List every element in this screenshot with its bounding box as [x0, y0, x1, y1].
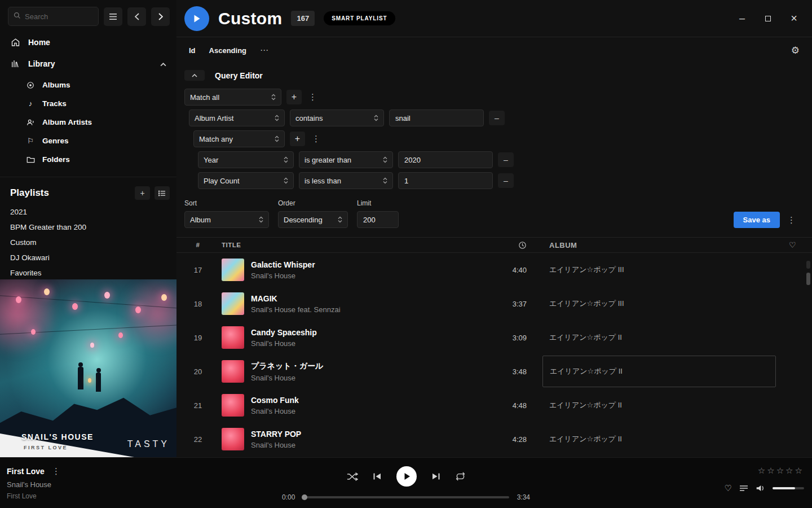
- track-row[interactable]: 20 プラネット・ガール Snail's House 3:48 エイリアン☆ポッ…: [176, 354, 812, 388]
- search-input[interactable]: [25, 12, 93, 21]
- header-title[interactable]: TITLE: [211, 242, 493, 248]
- folder-icon: [26, 156, 35, 163]
- add-rule-button[interactable]: +: [286, 90, 302, 104]
- nav-back-button[interactable]: [127, 7, 146, 26]
- rule-field-select[interactable]: Year: [198, 151, 294, 168]
- star-icon[interactable]: ☆: [767, 466, 776, 475]
- page-header: Custom 167 SMART PLAYLIST – ×: [176, 0, 812, 37]
- hamburger-icon: [109, 13, 117, 20]
- playlist-item[interactable]: 2021: [0, 204, 176, 220]
- menu-button[interactable]: [104, 7, 122, 26]
- flag-icon: ⚐: [26, 137, 35, 145]
- group-match-type-select[interactable]: Match any: [193, 130, 285, 147]
- player-right-controls: ☆☆☆☆☆ ♡: [725, 466, 804, 493]
- sort-field-button[interactable]: Id: [189, 46, 196, 55]
- scrollbar-track[interactable]: [806, 261, 810, 269]
- now-playing-album[interactable]: First Love: [7, 492, 62, 500]
- window-controls: – ×: [738, 14, 803, 23]
- track-row[interactable]: 18 MAGIK Snail's House feat. Sennzai 3:3…: [176, 287, 812, 321]
- add-playlist-button[interactable]: +: [135, 186, 150, 200]
- sidebar-item-folders[interactable]: Folders: [26, 150, 176, 169]
- query-limit-input[interactable]: [357, 211, 399, 228]
- rule-value-input[interactable]: [398, 151, 493, 168]
- seek-handle[interactable]: [302, 494, 307, 500]
- sidebar-item-albums[interactable]: Albums: [26, 76, 176, 94]
- playlist-item[interactable]: Favorites: [0, 265, 176, 281]
- maximize-icon: [765, 16, 771, 21]
- artist-icon: [26, 119, 35, 126]
- playlist-list-button[interactable]: [155, 186, 170, 200]
- query-sort-select[interactable]: Album: [184, 211, 269, 228]
- now-playing-artist[interactable]: Snail's House: [7, 480, 62, 489]
- more-options-button[interactable]: ⋯: [260, 45, 268, 55]
- sidebar-item-tracks[interactable]: ♪ Tracks: [26, 94, 176, 113]
- rule-value-input[interactable]: [398, 172, 493, 189]
- now-playing-menu-button[interactable]: ⋮: [50, 466, 62, 476]
- sidebar-item-genres[interactable]: ⚐ Genres: [26, 132, 176, 150]
- rule-operator-select[interactable]: is less than: [299, 172, 393, 189]
- star-icon[interactable]: ☆: [758, 466, 767, 475]
- star-icon[interactable]: ☆: [785, 466, 795, 475]
- rule-operator-select[interactable]: contains: [290, 110, 384, 126]
- star-icon[interactable]: ☆: [795, 466, 804, 475]
- header-duration[interactable]: [493, 241, 527, 249]
- rule-field-select[interactable]: Album Artist: [189, 110, 285, 126]
- rule-value-input[interactable]: [389, 110, 484, 126]
- remove-rule-button[interactable]: –: [498, 152, 514, 167]
- queue-button[interactable]: [739, 485, 748, 492]
- add-group-rule-button[interactable]: +: [290, 132, 305, 146]
- query-order-select[interactable]: Descending: [278, 211, 348, 228]
- settings-gear-button[interactable]: ⚙: [791, 45, 800, 56]
- artwork-foliage: [123, 279, 176, 356]
- playlist-item[interactable]: Custom: [0, 235, 176, 250]
- volume-slider[interactable]: [773, 487, 804, 489]
- chevron-up-icon: [160, 59, 166, 68]
- sidebar-item-album-artists[interactable]: Album Artists: [26, 113, 176, 132]
- search-box[interactable]: [8, 7, 99, 26]
- rule-operator-select[interactable]: is greater than: [299, 151, 393, 168]
- track-row[interactable]: 19 Candy Spaceship Snail's House 3:09 エイ…: [176, 321, 812, 354]
- scrollbar-thumb[interactable]: [806, 273, 810, 285]
- sidebar-item-library[interactable]: Library: [0, 53, 176, 75]
- next-button[interactable]: [432, 473, 440, 480]
- header-favorite[interactable]: ♡: [769, 240, 812, 249]
- header-index[interactable]: #: [184, 242, 211, 248]
- track-duration: 4:48: [493, 401, 527, 410]
- rating-stars[interactable]: ☆☆☆☆☆: [758, 466, 804, 476]
- save-menu-button[interactable]: ⋮: [785, 215, 797, 225]
- seek-slider[interactable]: [303, 496, 509, 498]
- sidebar-item-home[interactable]: Home: [0, 32, 176, 53]
- nav-forward-button[interactable]: [151, 7, 170, 26]
- star-icon[interactable]: ☆: [776, 466, 785, 475]
- now-playing-title[interactable]: First Love: [7, 467, 45, 476]
- group-menu-button[interactable]: ⋮: [310, 134, 322, 144]
- previous-button[interactable]: [373, 473, 381, 480]
- remove-rule-button[interactable]: –: [498, 173, 514, 188]
- favorite-button[interactable]: ♡: [725, 483, 732, 493]
- app-window: Home Library Albums ♪ Tracks: [0, 0, 812, 457]
- shuffle-button[interactable]: [347, 472, 358, 481]
- queue-icon: [739, 485, 748, 492]
- play-playlist-button[interactable]: [184, 6, 209, 31]
- collapse-query-editor-button[interactable]: [184, 70, 205, 81]
- query-sort-section: Sort Album Order Descending Limit: [184, 199, 804, 228]
- sort-direction-button[interactable]: Ascending: [209, 46, 246, 55]
- playlist-item[interactable]: BPM Greater than 200: [0, 220, 176, 235]
- track-row[interactable]: 17 Galactic Whisper Snail's House 4:40 エ…: [176, 253, 812, 287]
- remove-rule-button[interactable]: –: [489, 111, 505, 125]
- focused-album-cell[interactable]: エイリアン☆ポップ II: [542, 356, 776, 387]
- minimize-button[interactable]: –: [738, 14, 747, 23]
- volume-button[interactable]: [756, 484, 765, 492]
- rule-field-select[interactable]: Play Count: [198, 172, 294, 189]
- repeat-button[interactable]: [455, 472, 466, 481]
- play-pause-button[interactable]: [396, 466, 417, 487]
- rule-menu-button[interactable]: ⋮: [307, 92, 319, 102]
- header-album[interactable]: ALBUM: [527, 241, 769, 249]
- match-type-select[interactable]: Match all: [184, 89, 281, 106]
- maximize-button[interactable]: [764, 14, 773, 23]
- track-row[interactable]: 21 Cosmo Funk Snail's House 4:48 エイリアン☆ポ…: [176, 388, 812, 422]
- track-row[interactable]: 22 STARRY POP Snail's House 4:28 エイリアン☆ポ…: [176, 422, 812, 456]
- close-button[interactable]: ×: [789, 14, 798, 23]
- playlist-item[interactable]: DJ Okawari: [0, 250, 176, 265]
- save-as-button[interactable]: Save as: [734, 212, 780, 228]
